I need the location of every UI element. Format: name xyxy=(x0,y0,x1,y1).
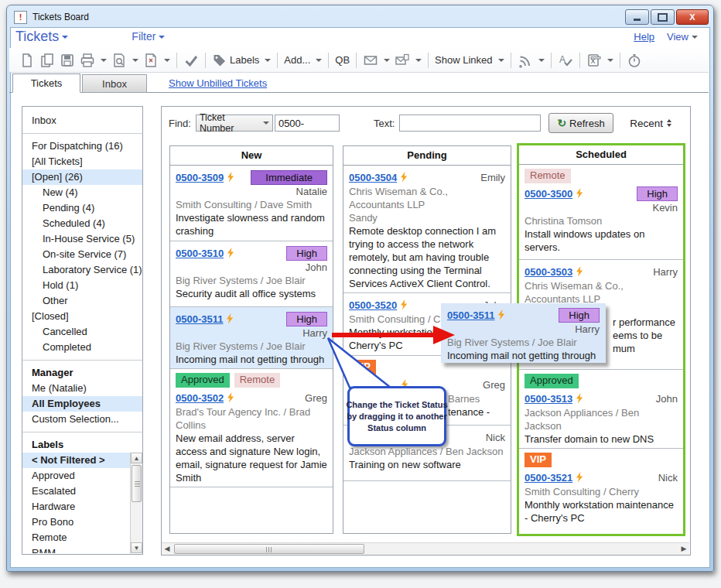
priority-bolt-icon xyxy=(497,309,505,320)
sidebar-item-custom-selection[interactable]: Custom Selection... xyxy=(22,412,142,427)
find-value-input[interactable] xyxy=(275,115,340,132)
refresh-button[interactable]: ↻Refresh xyxy=(548,113,613,133)
empty-column-space xyxy=(170,487,333,533)
scroll-down-icon[interactable]: ▼ xyxy=(131,542,142,553)
export-pdf-button[interactable] xyxy=(143,53,170,68)
sidebar-item-hold[interactable]: Hold (1) xyxy=(22,278,142,293)
ticket-link[interactable]: 0500-3509 xyxy=(176,172,224,183)
toolbar-separator xyxy=(620,53,620,68)
tab-inbox[interactable]: Inbox xyxy=(82,74,147,93)
ticket-card[interactable]: Remote 0500-3500High Kevin Christina Tom… xyxy=(519,165,683,260)
description: Incoming mail not getting through xyxy=(447,349,600,362)
label-item-not-filtered[interactable]: < Not Filtered > xyxy=(22,453,132,468)
ticket-card[interactable]: ApprovedRemote 0500-3502Greg Brad's Tour… xyxy=(170,369,333,487)
priority-badge: High xyxy=(637,186,678,201)
sidebar-item-completed[interactable]: Completed xyxy=(22,340,142,355)
label-item-pro-bono[interactable]: Pro Bono xyxy=(22,514,142,530)
sidebar-item-closed[interactable]: [Closed] xyxy=(22,309,142,324)
customer: Jackson Appliances / Ben Jackson xyxy=(349,445,505,458)
sidebar-item-other[interactable]: Other xyxy=(22,293,142,309)
quickbooks-button[interactable]: QB xyxy=(335,54,350,66)
ticket-link[interactable]: 0500-3511 xyxy=(176,313,223,325)
label-item-rmm[interactable]: RMM xyxy=(22,545,142,553)
sidebar-item-scheduled[interactable]: Scheduled (4) xyxy=(22,216,142,231)
ticket-link[interactable]: 0500-3521 xyxy=(525,472,572,484)
sidebar-item-for-dispatching[interactable]: For Dispatching (16) xyxy=(22,138,142,154)
tab-tickets[interactable]: Tickets xyxy=(12,74,80,93)
rss-icon xyxy=(518,53,533,68)
ticket-card[interactable]: 0500-3504Emily Chris Wiseman & Co., Acco… xyxy=(343,166,511,293)
menu-bar: Tickets Filter Help View xyxy=(9,25,709,48)
sidebar-item-inbox[interactable]: Inbox xyxy=(22,113,142,128)
label-item-hardware[interactable]: Hardware xyxy=(22,499,142,514)
ticket-link[interactable]: 0500-3520 xyxy=(349,299,397,311)
save-button[interactable] xyxy=(60,53,75,68)
sidebar-item-laboratory-service[interactable]: Laboratory Service (1) xyxy=(22,262,142,278)
ticket-link[interactable]: 0500-3503 xyxy=(525,266,572,278)
scroll-up-icon[interactable]: ▲ xyxy=(131,453,142,463)
copy-ticket-button[interactable] xyxy=(39,53,55,68)
view-menu[interactable]: View xyxy=(667,31,698,43)
help-link[interactable]: Help xyxy=(634,31,654,43)
label-item-escalated[interactable]: Escalated xyxy=(22,484,142,499)
email-pdf-button[interactable] xyxy=(395,53,422,68)
rss-button[interactable] xyxy=(518,53,545,68)
label-item-approved[interactable]: Approved xyxy=(22,468,142,484)
divider xyxy=(22,133,142,134)
assignee: Natalie xyxy=(176,185,327,198)
ticket-link[interactable]: 0500-3510 xyxy=(176,248,224,259)
board-horizontal-scrollbar[interactable]: ◀ ▶ xyxy=(162,542,689,555)
spellcheck-button[interactable]: A xyxy=(558,53,573,68)
ticket-card[interactable]: 0500-3510High John Big River Systems / J… xyxy=(170,241,333,307)
sidebar-item-cancelled[interactable]: Cancelled xyxy=(22,324,142,340)
filter-menu[interactable]: Filter xyxy=(132,30,165,43)
email-button[interactable] xyxy=(363,53,390,68)
labels-scrollbar[interactable]: ▲ ▼ xyxy=(130,453,142,553)
timer-button[interactable] xyxy=(627,53,642,68)
find-by-select[interactable]: Ticket Number xyxy=(196,115,273,132)
sidebar-item-open[interactable]: [Open] (26) xyxy=(22,169,142,185)
scrollbar-thumb[interactable] xyxy=(174,544,364,554)
scrollbar-thumb[interactable] xyxy=(132,465,142,502)
ticket-card[interactable]: 0500-3509Immediate Natalie Smith Consult… xyxy=(170,166,333,241)
ticket-link[interactable]: 0500-3513 xyxy=(525,393,572,405)
chevron-down-icon xyxy=(607,59,613,65)
label-item-remote[interactable]: Remote xyxy=(22,530,142,545)
minimize-button[interactable] xyxy=(625,9,649,25)
mark-complete-button[interactable] xyxy=(183,53,199,68)
recent-dropdown[interactable]: Recent xyxy=(630,117,671,129)
ticket-link[interactable]: 0500-3502 xyxy=(176,392,224,404)
show-linked-button[interactable]: Show Linked xyxy=(435,54,504,66)
dragged-ticket-ghost[interactable]: 0500-3511High Harry Big River Systems / … xyxy=(441,303,606,363)
tickets-menu[interactable]: Tickets xyxy=(15,29,68,45)
maximize-button[interactable] xyxy=(651,9,675,25)
sidebar-item-pending[interactable]: Pending (4) xyxy=(22,200,142,216)
divider xyxy=(22,432,142,432)
sidebar-item-all-employees[interactable]: All Employees xyxy=(22,396,142,412)
add-button[interactable]: Add... xyxy=(284,54,322,66)
show-unbilled-tickets-link[interactable]: Show Unbilled Tickets xyxy=(169,77,267,89)
sidebar-item-new[interactable]: New (4) xyxy=(22,185,142,200)
callout-text: Change the Ticket Status xyxy=(346,399,447,411)
scroll-right-icon[interactable]: ▶ xyxy=(678,543,689,555)
ticket-card-selected[interactable]: 0500-3511High Harry Big River Systems / … xyxy=(170,307,333,369)
ticket-link[interactable]: 0500-3500 xyxy=(525,188,572,200)
sidebar-item-on-site-service[interactable]: On-site Service (7) xyxy=(22,247,142,262)
print-icon xyxy=(80,53,95,68)
excel-export-button[interactable]: X xyxy=(586,53,613,68)
priority-badge: High xyxy=(286,246,327,261)
ticket-card[interactable]: VIP 0500-3521Nick Smith Consulting / Che… xyxy=(519,449,683,536)
scroll-left-icon[interactable]: ◀ xyxy=(162,543,173,555)
sidebar-item-in-house-service[interactable]: In-House Service (5) xyxy=(22,231,142,247)
sidebar-item-me[interactable]: Me (Natalie) xyxy=(22,381,142,396)
sidebar-item-all-tickets[interactable]: [All Tickets] xyxy=(22,154,142,169)
print-preview-button[interactable] xyxy=(111,53,138,68)
ticket-link[interactable]: 0500-3504 xyxy=(349,172,397,183)
label-badge-approved: Approved xyxy=(176,373,230,388)
labels-button[interactable]: Labels xyxy=(212,53,271,68)
close-button[interactable]: X xyxy=(676,9,709,25)
ticket-card[interactable]: Approved 0500-3513John Jackson Appliance… xyxy=(519,370,683,449)
new-ticket-button[interactable] xyxy=(19,53,35,68)
print-button[interactable] xyxy=(80,53,107,68)
text-search-input[interactable] xyxy=(399,115,541,132)
